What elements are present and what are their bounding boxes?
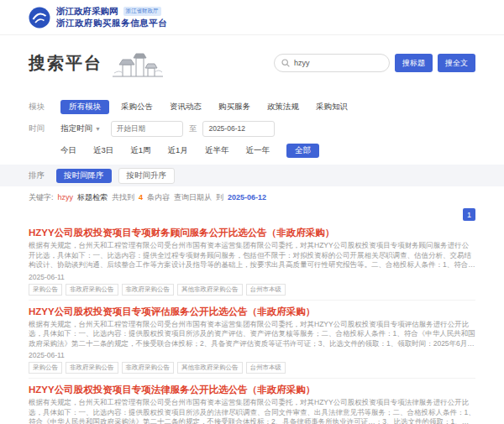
module-tab-policies[interactable]: 政策法规 — [267, 102, 299, 113]
search-banner: 搜索平台 搜标题 搜全文 — [0, 35, 504, 91]
sort-asc-button[interactable]: 按时间升序 — [118, 168, 176, 184]
date-separator: 至 — [189, 123, 197, 134]
result-date: 2025-06-11 — [29, 351, 475, 359]
result-tags: 采购公告 非政府采购公告 非政府采购公告 其他非政府采购公告 台州市本级 — [29, 362, 475, 374]
module-tab-news[interactable]: 资讯动态 — [170, 102, 202, 113]
search-fulltext-button[interactable]: 搜全文 — [438, 54, 475, 72]
result-count: 4 — [139, 193, 143, 202]
date-start-input[interactable] — [111, 121, 183, 137]
result-item: HZYY公司股权投资项目专项财务顾问服务公开比选公告（非政府采购） 根据有关规定… — [29, 222, 475, 301]
tag: 台州市本级 — [246, 284, 286, 296]
site-header: 浙江政府采购网 浙江省财政厅 浙江政府购买服务信息平台 — [0, 0, 504, 35]
range-1month[interactable]: 近1月 — [168, 145, 188, 156]
tag: 非政府采购公告 — [122, 362, 175, 374]
found-suffix: 条内容 — [147, 192, 170, 203]
site-name-secondary: 浙江政府购买服务信息平台 — [56, 18, 167, 29]
tag: 采购公告 — [29, 284, 62, 296]
sort-label: 排序 — [29, 170, 45, 181]
module-tab-knowledge[interactable]: 采购知识 — [316, 102, 348, 113]
search-input[interactable] — [294, 59, 382, 67]
page-number-1[interactable]: 1 — [463, 208, 475, 221]
module-tab-announcements[interactable]: 采购公告 — [121, 102, 153, 113]
query-date-value: 2025-06-12 — [228, 193, 266, 202]
tag: 非政府采购公告 — [122, 284, 175, 296]
quick-range-row: 今日 近3日 近1周 近1月 近半年 近一年 全部 — [29, 139, 475, 161]
page-title: 搜索平台 — [29, 52, 102, 75]
search-title-button[interactable]: 搜标题 — [395, 54, 433, 72]
search-scope: 标题检索 — [77, 192, 108, 203]
keyword-value: hzyy — [58, 193, 74, 202]
keyword-label: 关键字: — [29, 192, 54, 203]
found-prefix: 共找到 — [112, 192, 134, 203]
range-all[interactable]: 全部 — [286, 144, 319, 158]
site-name-primary: 浙江政府采购网 — [56, 6, 118, 18]
module-filter-row: 模块 所有模块 采购公告 资讯动态 购买服务 政策法规 采购知识 — [29, 96, 475, 118]
search-box[interactable] — [274, 54, 390, 72]
gov-badge: 浙江省财政厅 — [123, 7, 161, 16]
ink-landscape-illustration — [111, 46, 165, 80]
range-today[interactable]: 今日 — [60, 145, 76, 156]
to-label: 到 — [216, 192, 223, 203]
time-filter-row: 时间 指定时间 ▼ 至 — [29, 118, 475, 139]
result-tags: 采购公告 非政府采购公告 非政府采购公告 其他非政府采购公告 台州市本级 — [29, 284, 475, 296]
date-end-input[interactable] — [202, 121, 275, 137]
search-area: 搜标题 搜全文 — [274, 54, 475, 72]
result-snippet: 根据有关规定，台州天和工程管理有限公司受台州市国有资本运营集团有限公司委托，对其… — [29, 320, 475, 349]
result-summary: 关键字: hzyy 标题检索 共找到 4 条内容 查询日期从 到 2025-06… — [29, 186, 475, 208]
result-snippet: 根据有关规定，台州天和工程管理有限公司受台州市国有资本运营集团有限公司委托，对其… — [29, 398, 475, 424]
tag: 台州市本级 — [246, 362, 286, 374]
results-list: HZYY公司股权投资项目专项财务顾问服务公开比选公告（非政府采购） 根据有关规定… — [29, 222, 475, 424]
chevron-down-icon: ▼ — [95, 126, 101, 132]
tag: 非政府采购公告 — [66, 362, 118, 374]
range-3days[interactable]: 近3日 — [93, 145, 113, 156]
result-item: HZYY公司股权投资项目专项评估服务公开比选公告（非政府采购） 根据有关规定，台… — [29, 301, 475, 380]
sort-desc-button[interactable]: 按时间降序 — [56, 169, 112, 183]
result-title-link[interactable]: HZYY公司股权投资项目专项法律服务公开比选公告（非政府采购） — [29, 384, 475, 395]
tag: 采购公告 — [29, 362, 62, 374]
result-item: HZYY公司股权投资项目专项法律服务公开比选公告（非政府采购） 根据有关规定，台… — [29, 379, 475, 424]
range-1week[interactable]: 近1周 — [130, 145, 150, 156]
module-label: 模块 — [29, 102, 60, 113]
module-tab-all[interactable]: 所有模块 — [60, 100, 109, 114]
result-title-link[interactable]: HZYY公司股权投资项目专项财务顾问服务公开比选公告（非政府采购） — [29, 227, 475, 238]
pagination: 1 — [29, 208, 475, 222]
range-1year[interactable]: 近一年 — [245, 145, 270, 156]
range-halfyear[interactable]: 近半年 — [205, 145, 229, 156]
time-label: 时间 — [29, 123, 60, 134]
tag: 其他非政府采购公告 — [177, 284, 243, 296]
filter-panel: 模块 所有模块 采购公告 资讯动态 购买服务 政策法规 采购知识 时间 指定时间… — [29, 91, 475, 161]
result-title-link[interactable]: HZYY公司股权投资项目专项评估服务公开比选公告（非政府采购） — [29, 306, 475, 317]
search-icon — [281, 59, 290, 67]
sort-strip: 排序 按时间降序 按时间升序 — [0, 165, 504, 186]
tag: 非政府采购公告 — [66, 284, 118, 296]
time-mode-dropdown[interactable]: 指定时间 ▼ — [60, 123, 101, 134]
result-date: 2025-06-11 — [29, 273, 475, 281]
result-snippet: 根据有关规定，台州天和工程管理有限公司受台州市国有资本运营集团有限公司委托，对其… — [29, 241, 475, 270]
module-tab-services[interactable]: 购买服务 — [218, 102, 250, 113]
query-date-label: 查询日期从 — [174, 192, 212, 203]
tag: 其他非政府采购公告 — [177, 362, 243, 374]
site-logo[interactable] — [29, 7, 50, 29]
